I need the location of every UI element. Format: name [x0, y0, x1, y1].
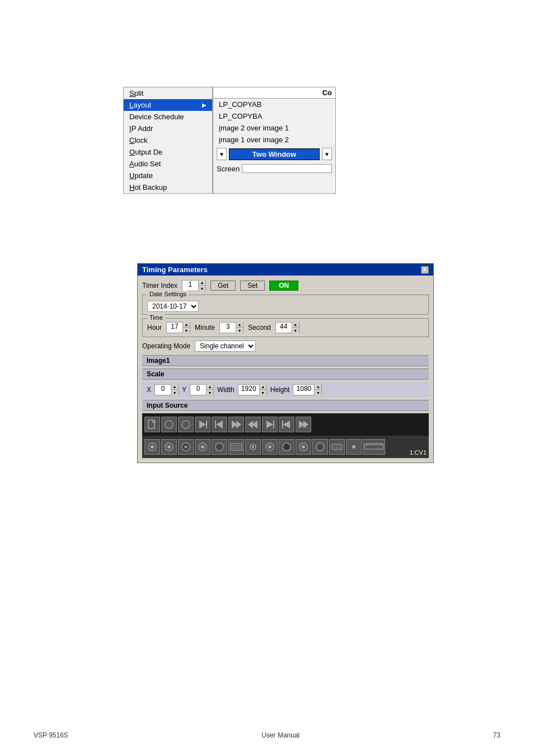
input-source-icons-row2: 1:CV1 — [142, 436, 429, 458]
submenu-item-lp-copyab[interactable]: LP_COPYAB — [213, 99, 335, 110]
x-label: X — [147, 386, 151, 394]
source-icon-vga[interactable] — [329, 439, 345, 455]
width-down[interactable]: ▼ — [260, 390, 266, 395]
source-icon-hdmi[interactable] — [363, 439, 385, 455]
timer-index-spinner[interactable]: 1 ▲ ▼ — [182, 280, 206, 291]
height-up[interactable]: ▲ — [315, 384, 321, 390]
menu-item-audio-set[interactable]: Audio Set — [124, 158, 212, 170]
footer: VSP 9516S User Manual 73 — [0, 731, 534, 739]
minute-up[interactable]: ▲ — [236, 322, 243, 328]
source-icon-file[interactable] — [144, 417, 160, 432]
hour-up[interactable]: ▲ — [183, 322, 190, 328]
menu-item-layout[interactable]: Layout ▶ — [124, 99, 212, 111]
width-up[interactable]: ▲ — [260, 384, 266, 390]
operating-mode-row: Operating Mode Single channel — [142, 340, 429, 352]
source-icon-arrow-right[interactable] — [296, 417, 311, 432]
source-icon-r2-7[interactable] — [279, 439, 294, 455]
source-icon-coax[interactable] — [245, 439, 261, 455]
source-icon-r2-8[interactable] — [296, 439, 311, 455]
source-icon-rewind3[interactable] — [279, 417, 294, 432]
height-down[interactable]: ▼ — [315, 390, 321, 395]
operating-mode-select[interactable]: Single channel — [195, 340, 256, 352]
hour-down[interactable]: ▼ — [183, 328, 190, 333]
svg-marker-16 — [303, 421, 308, 428]
source-icon-play3[interactable] — [262, 417, 278, 432]
dropdown-right-arrow[interactable]: ▼ — [322, 148, 332, 160]
screen-input[interactable] — [242, 164, 332, 173]
y-down[interactable]: ▼ — [207, 390, 213, 395]
submenu-item-image1over[interactable]: image 1 over image 2 — [213, 134, 335, 146]
svg-point-24 — [201, 445, 204, 449]
hour-spinner[interactable]: 17 ▲ ▼ — [166, 322, 190, 333]
x-spinner[interactable]: 0 ▲ ▼ — [154, 384, 179, 395]
svg-point-1 — [165, 421, 173, 428]
source-icon-r2-9[interactable] — [312, 439, 328, 455]
time-group: Time Hour 17 ▲ ▼ Minute 3 ▲ ▼ — [142, 318, 429, 337]
svg-point-25 — [216, 443, 223, 451]
submenu-item-lp-copyba[interactable]: LP_COPYBA — [213, 110, 335, 122]
second-spinner[interactable]: 44 ▲ ▼ — [275, 322, 299, 333]
menu-item-device-schedule[interactable]: Device Schedule — [124, 111, 212, 123]
svg-point-20 — [167, 445, 171, 449]
screen-row: Screen — [213, 162, 335, 175]
minute-spinner[interactable]: 3 ▲ ▼ — [219, 322, 243, 333]
source-icon-r2-6[interactable] — [262, 439, 278, 455]
source-icon-keyboard[interactable] — [228, 439, 244, 455]
svg-point-35 — [268, 445, 271, 449]
menu-item-split[interactable]: Split — [124, 87, 212, 99]
submenu-header: Co — [213, 87, 335, 99]
timing-close-button[interactable]: × — [421, 266, 429, 274]
source-icon-r2-2[interactable] — [161, 439, 177, 455]
x-down[interactable]: ▼ — [171, 390, 178, 395]
source-icon-play1[interactable] — [195, 417, 210, 432]
time-label: Time — [147, 314, 165, 321]
on-button[interactable]: ON — [269, 281, 298, 291]
svg-point-43 — [339, 445, 340, 446]
timer-index-up[interactable]: ▲ — [199, 280, 205, 286]
set-button[interactable]: Set — [240, 281, 265, 291]
source-icon-play2[interactable] — [228, 417, 244, 432]
source-icon-rewind2[interactable] — [245, 417, 261, 432]
svg-rect-40 — [332, 444, 342, 450]
time-row: Hour 17 ▲ ▼ Minute 3 ▲ ▼ Second — [147, 322, 424, 333]
source-icon-circle2[interactable] — [178, 417, 194, 432]
svg-rect-0 — [148, 420, 154, 428]
date-settings-group: Date Settings 2014-10-17 — [142, 295, 429, 315]
source-icon-r2-5[interactable] — [212, 439, 227, 455]
two-window-button[interactable]: Two Window — [229, 148, 320, 160]
submenu-item-image2over[interactable]: image 2 over image 1 — [213, 122, 335, 134]
svg-point-36 — [283, 443, 291, 451]
height-spinner[interactable]: 1080 ▲ ▼ — [293, 384, 322, 395]
svg-point-41 — [334, 445, 335, 446]
source-icon-r2-3[interactable] — [178, 439, 194, 455]
source-icon-rewind1[interactable] — [212, 417, 227, 432]
second-down[interactable]: ▼ — [292, 328, 299, 333]
menu-item-ip-addr[interactable]: IP Addr — [124, 123, 212, 134]
x-up[interactable]: ▲ — [171, 384, 178, 390]
y-up[interactable]: ▲ — [207, 384, 213, 390]
timer-index-label: Timer Index — [142, 282, 177, 290]
source-icon-r2-1[interactable] — [144, 439, 160, 455]
source-id-label: 1:CV1 — [409, 449, 427, 456]
source-icon-r2-4[interactable] — [195, 439, 210, 455]
timer-index-down[interactable]: ▼ — [199, 286, 205, 291]
width-spinner[interactable]: 1920 ▲ ▼ — [238, 384, 267, 395]
menu-item-hot-backup[interactable]: Hot Backup — [124, 181, 212, 193]
source-icon-dot[interactable] — [346, 439, 362, 455]
date-select[interactable]: 2014-10-17 — [147, 301, 199, 312]
svg-marker-13 — [283, 421, 290, 428]
svg-marker-8 — [236, 421, 241, 428]
timing-title: Timing Parameters — [142, 265, 208, 274]
width-label: Width — [217, 386, 235, 394]
y-spinner[interactable]: 0 ▲ ▼ — [190, 384, 214, 395]
submenu: Co LP_COPYAB LP_COPYBA image 2 over imag… — [213, 87, 336, 194]
menu-item-clock[interactable]: Clock — [124, 134, 212, 146]
dropdown-left-arrow[interactable]: ▼ — [217, 148, 227, 160]
menu-item-output-de[interactable]: Output De — [124, 146, 212, 158]
menu-area: Split Layout ▶ Device Schedule IP Addr C… — [123, 87, 336, 194]
second-up[interactable]: ▲ — [292, 322, 299, 328]
minute-down[interactable]: ▼ — [236, 328, 243, 333]
menu-item-update[interactable]: Update — [124, 170, 212, 181]
svg-marker-11 — [266, 421, 273, 428]
get-button[interactable]: Get — [210, 281, 236, 291]
